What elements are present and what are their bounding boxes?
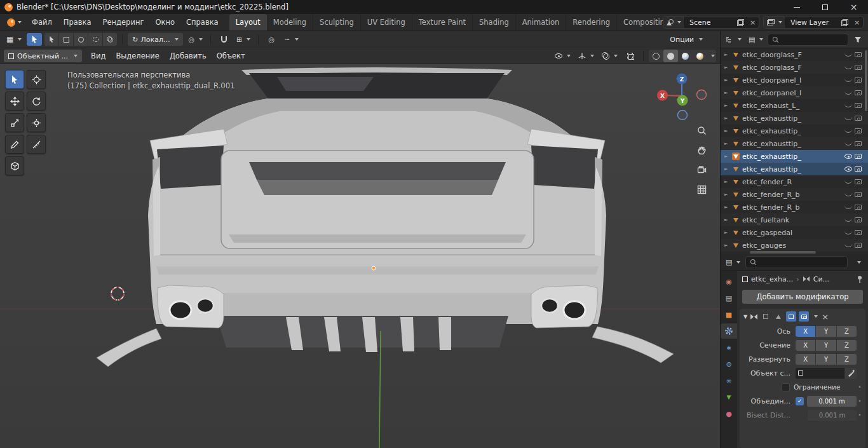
axis-x-button[interactable]: X	[796, 326, 815, 337]
blender-menu-button[interactable]	[3, 14, 26, 31]
mirror-object-field[interactable]	[796, 368, 844, 379]
collapse-arrow-icon[interactable]: ▼	[743, 314, 747, 320]
outliner-row[interactable]: ►etkc_doorpanel_I	[721, 86, 868, 99]
tab-uv-editing[interactable]: UV Editing	[361, 14, 412, 31]
outliner-row[interactable]: ►etkc_doorglass_F	[721, 48, 868, 61]
outliner-row[interactable]: ►etkc_exhausttip_	[721, 125, 868, 137]
camera-view-button[interactable]	[693, 161, 710, 178]
outliner-filter-button[interactable]	[850, 33, 865, 46]
eye-closed-icon[interactable]	[844, 205, 852, 209]
browse-scene-button[interactable]	[663, 17, 685, 28]
camera-icon[interactable]	[855, 192, 862, 197]
axis-z-button[interactable]: Z	[837, 326, 857, 337]
camera-icon[interactable]	[855, 52, 862, 57]
tab-compositing[interactable]: Compositing	[617, 14, 663, 31]
edit-mode-toggle[interactable]	[773, 311, 783, 322]
outliner-search-input[interactable]	[768, 34, 848, 46]
tab-modeling[interactable]: Modeling	[267, 14, 313, 31]
select-box-tool[interactable]	[5, 70, 24, 89]
expand-arrow-icon[interactable]: ►	[724, 103, 729, 108]
expand-arrow-icon[interactable]: ►	[724, 192, 729, 197]
outliner-vertical-scrollbar[interactable]	[865, 50, 867, 111]
measure-tool[interactable]	[27, 135, 46, 154]
tab-shading[interactable]: Shading	[473, 14, 516, 31]
transform-tool[interactable]	[27, 113, 46, 132]
solid-shading-button[interactable]	[663, 50, 678, 62]
close-button[interactable]: ×	[839, 0, 868, 14]
flip-x-button[interactable]: X	[796, 354, 815, 365]
menu-add[interactable]: Добавить	[165, 48, 212, 64]
circle-select-button[interactable]	[74, 33, 88, 46]
view-layer-name[interactable]: View Layer	[786, 18, 839, 27]
eye-closed-icon[interactable]	[844, 231, 852, 234]
eye-closed-icon[interactable]	[844, 78, 852, 82]
eye-closed-icon[interactable]	[844, 53, 852, 57]
eye-closed-icon[interactable]	[844, 180, 852, 184]
outliner-editor-type-button[interactable]	[723, 33, 744, 46]
rotate-tool[interactable]	[27, 92, 46, 111]
tab-animation[interactable]: Animation	[516, 14, 567, 31]
object-data-tab[interactable]: ▼	[721, 390, 737, 405]
move-tool[interactable]	[5, 92, 24, 111]
expand-arrow-icon[interactable]: ►	[724, 52, 729, 57]
eye-closed-icon[interactable]	[844, 104, 852, 107]
camera-icon[interactable]	[855, 103, 862, 108]
breadcrumb-object[interactable]: etkc_exha...	[751, 275, 793, 283]
tab-layout[interactable]: Layout	[229, 14, 267, 31]
render-tab[interactable]: ◉	[721, 274, 737, 289]
toggle-ortho-button[interactable]	[693, 181, 710, 198]
overlays-dropdown[interactable]	[599, 50, 620, 62]
merge-threshold-field[interactable]: 0.001 m	[807, 396, 857, 407]
animate-dot[interactable]: •	[857, 398, 863, 404]
outliner-row-active[interactable]: ►etkc_exhausttip_	[721, 150, 868, 163]
cursor-tool[interactable]	[27, 70, 46, 89]
pan-button[interactable]	[693, 142, 710, 158]
eye-open-icon[interactable]	[844, 154, 852, 159]
zoom-button[interactable]	[693, 122, 710, 139]
gizmo-neg-z-axis[interactable]	[678, 111, 688, 120]
scale-tool[interactable]	[5, 113, 24, 132]
clipping-checkbox[interactable]	[782, 383, 790, 391]
rendered-shading-button[interactable]	[693, 50, 707, 62]
menu-select[interactable]: Выделение	[111, 48, 165, 64]
particles-tab[interactable]: ∗	[721, 340, 737, 355]
proportional-falloff-dropdown[interactable]: ~	[281, 33, 301, 46]
camera-icon[interactable]	[855, 205, 862, 210]
modifier-extras-dropdown[interactable]	[814, 315, 818, 318]
eye-closed-icon[interactable]	[844, 243, 852, 247]
new-scene-button[interactable]	[735, 17, 747, 28]
delete-modifier-button[interactable]: ×	[822, 313, 829, 321]
shading-dropdown[interactable]	[707, 50, 716, 62]
expand-arrow-icon[interactable]: ►	[724, 217, 729, 222]
camera-icon[interactable]	[855, 65, 862, 70]
camera-icon[interactable]	[855, 230, 862, 235]
expand-arrow-icon[interactable]: ►	[724, 90, 729, 95]
expand-arrow-icon[interactable]: ►	[724, 141, 729, 146]
annotate-tool[interactable]	[5, 135, 24, 154]
eye-closed-icon[interactable]	[844, 142, 852, 146]
outliner-row[interactable]: ►etkc_fender_R_b	[721, 188, 868, 201]
active-tool-button[interactable]	[27, 33, 42, 46]
outliner-row[interactable]: ►etkc_exhausttip_	[721, 112, 868, 125]
menu-view[interactable]: Вид	[86, 48, 111, 64]
animate-dot[interactable]: •	[857, 412, 863, 418]
animate-dot[interactable]: •	[857, 384, 863, 390]
menu-help[interactable]: Справка	[180, 14, 224, 31]
tab-sculpting[interactable]: Sculpting	[313, 14, 361, 31]
box-select-button[interactable]	[59, 33, 73, 46]
scene-name[interactable]: Scene	[685, 18, 735, 27]
expand-arrow-icon[interactable]: ►	[724, 166, 729, 172]
object-visibility-dropdown[interactable]	[552, 50, 573, 62]
snap-target-dropdown[interactable]: ⊞	[234, 33, 253, 46]
expand-arrow-icon[interactable]: ►	[724, 230, 729, 235]
outliner-row[interactable]: ►etkc_exhaust_L_	[721, 99, 868, 112]
camera-icon[interactable]	[855, 78, 862, 83]
menu-window[interactable]: Окно	[149, 14, 180, 31]
menu-object[interactable]: Объект	[212, 48, 250, 64]
expand-arrow-icon[interactable]: ►	[724, 205, 729, 210]
outliner-row-selected[interactable]: ►etkc_exhausttip_	[721, 163, 868, 175]
select-intersect-button[interactable]	[103, 33, 117, 46]
outliner-row[interactable]: ►etkc_gaspedal	[721, 226, 868, 239]
camera-icon[interactable]	[855, 217, 862, 222]
outliner-row[interactable]: ►etkc_gauges	[721, 239, 868, 252]
